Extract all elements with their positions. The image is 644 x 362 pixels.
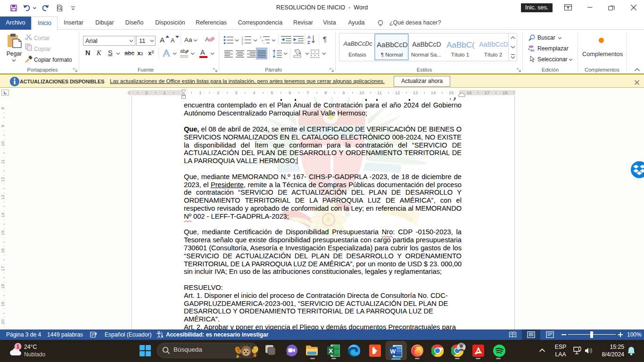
svg-text:12: 12 (0, 177, 5, 182)
svg-text:W: W (390, 348, 396, 355)
svg-text:1: 1 (163, 90, 165, 95)
svg-text:ab: ab (180, 48, 186, 54)
svg-text:3: 3 (235, 90, 237, 95)
svg-text:18: 18 (503, 90, 508, 95)
svg-text:13: 13 (413, 90, 418, 95)
svg-text:3: 3 (241, 42, 243, 45)
svg-text:10: 10 (359, 90, 364, 95)
svg-text:11: 11 (377, 90, 382, 95)
svg-text:1: 1 (260, 36, 262, 39)
svg-text:11: 11 (0, 159, 5, 164)
svg-text:9: 9 (0, 125, 5, 127)
svg-text:3: 3 (127, 90, 130, 95)
svg-text:4: 4 (253, 90, 255, 95)
svg-text:17: 17 (485, 90, 490, 95)
svg-text:A: A (307, 34, 311, 40)
svg-text:10: 10 (0, 141, 5, 147)
svg-text:15: 15 (449, 90, 454, 95)
svg-text:✘: ✘ (94, 332, 97, 336)
svg-text:2: 2 (217, 90, 219, 95)
svg-text:16: 16 (467, 90, 472, 95)
svg-text:1: 1 (199, 90, 201, 95)
svg-text:8: 8 (0, 107, 5, 109)
svg-text:16: 16 (0, 248, 5, 254)
svg-text:5: 5 (271, 90, 273, 95)
svg-text:14: 14 (0, 213, 5, 218)
svg-text:2: 2 (145, 90, 148, 95)
svg-text:8: 8 (324, 90, 327, 95)
svg-text:15: 15 (0, 230, 5, 236)
svg-text:19: 19 (0, 302, 5, 307)
svg-text:18: 18 (0, 284, 5, 289)
svg-text:6: 6 (289, 90, 291, 95)
svg-text:A: A (205, 36, 209, 43)
svg-text:13: 13 (0, 195, 5, 200)
svg-text:7: 7 (306, 90, 309, 95)
svg-text:i: i (264, 42, 264, 45)
svg-text:17: 17 (0, 266, 5, 271)
svg-text:1: 1 (17, 344, 19, 349)
svg-text:a: a (262, 39, 264, 42)
svg-text:20: 20 (0, 320, 5, 325)
svg-text:X: X (329, 347, 333, 354)
svg-text:Z: Z (307, 40, 310, 45)
svg-text:9: 9 (342, 90, 345, 95)
svg-text:14: 14 (431, 90, 436, 95)
svg-text:12: 12 (395, 90, 400, 95)
svg-text:ac: ac (530, 48, 535, 52)
